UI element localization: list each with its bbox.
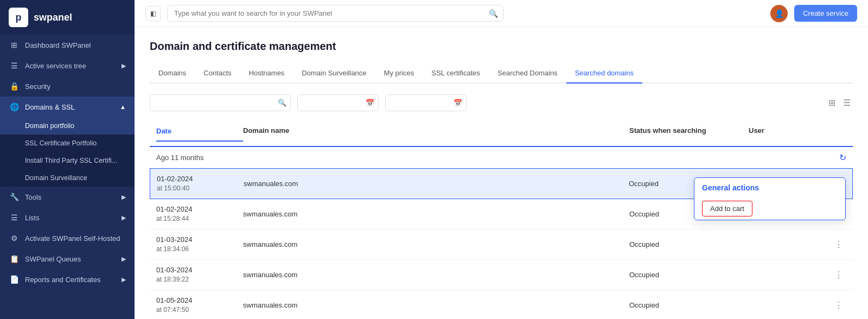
sidebar-toggle-button[interactable]: ◧	[145, 6, 161, 21]
chevron-right-icon: ▶	[122, 62, 126, 69]
submenu-label: Install Third Party SSL Certifi...	[25, 157, 117, 164]
sidebar-item-label: Domains & SSL	[25, 103, 75, 111]
topbar: ◧ 🔍 👤 Create service	[135, 0, 868, 27]
tab-domains[interactable]: Domains	[150, 63, 195, 84]
submenu-item-domain-surveillance[interactable]: Domain Surveillance	[0, 169, 135, 187]
cell-date: 01-02-2024 at 15:28:44	[156, 205, 243, 224]
queues-icon: 📋	[9, 254, 20, 263]
table-row: 01-05-2024 at 07:47:50 swmanuales.com Oc…	[150, 290, 853, 319]
dropdown-title: General actions	[694, 178, 845, 197]
col-header-user: User	[749, 126, 825, 142]
col-header-status: Status when searching	[629, 126, 749, 142]
submenu-label: Domain Surveillance	[25, 174, 87, 182]
sidebar-item-label: Tools	[25, 193, 41, 201]
tabs-bar: Domains Contacts Hostnames Domain Survei…	[150, 63, 853, 84]
chevron-up-icon: ▲	[120, 104, 126, 110]
chevron-right-icon: ▶	[122, 214, 126, 221]
topbar-right: 👤 Create service	[770, 5, 857, 22]
cell-date: 01-05-2024 at 07:47:50	[156, 296, 243, 315]
page-title: Domain and certificate management	[150, 40, 853, 53]
refresh-icon[interactable]: ↻	[839, 152, 846, 163]
sidebar-item-swpanel-queues[interactable]: 📋 SWPanel Queues ▶	[0, 248, 135, 269]
chevron-right-icon: ▶	[122, 256, 126, 263]
avatar: 👤	[770, 5, 788, 22]
table-row: 01-02-2024 at 15:00:40 swmanuales.com Oc…	[150, 168, 853, 199]
security-icon: 🔒	[9, 82, 20, 91]
cell-domain: swmanuales.com	[243, 271, 629, 279]
tab-hostnames[interactable]: Hostnames	[240, 63, 293, 84]
table-row: 01-03-2024 at 18:39:22 swmanuales.com Oc…	[150, 260, 853, 290]
table-row: 01-03-2024 at 18:34:06 swmanuales.com Oc…	[150, 229, 853, 260]
view-icons: ⊞ ☰	[826, 97, 853, 109]
sidebar-item-label: SWPanel Queues	[25, 255, 81, 263]
tab-domain-surveillance[interactable]: Domain Surveillance	[293, 63, 375, 84]
cell-status: Occupied	[629, 240, 749, 248]
row-actions-button[interactable]: ⋮	[831, 238, 846, 251]
table-header: Date Domain name Status when searching U…	[150, 122, 853, 147]
sidebar-item-label: Security	[25, 82, 50, 91]
domain-search-input[interactable]	[150, 94, 291, 111]
date-from-wrapper: 📅	[297, 94, 379, 111]
sidebar-item-active-services[interactable]: ☰ Active services tree ▶	[0, 55, 135, 76]
create-service-button[interactable]: Create service	[794, 5, 857, 22]
sidebar-item-security[interactable]: 🔒 Security	[0, 76, 135, 97]
sidebar-item-label: Lists	[25, 214, 40, 222]
search-filter-wrapper: 🔍	[150, 94, 291, 111]
cell-status: Occupied	[629, 271, 749, 279]
sidebar-item-label: Dashboard SWPanel	[25, 41, 91, 49]
logo-text: swpanel	[34, 12, 72, 23]
submenu-item-domain-portfolio[interactable]: Domain portfolio	[0, 117, 135, 135]
row-actions-button[interactable]: ⋮	[831, 299, 846, 311]
add-to-cart-button[interactable]: Add to cart	[702, 201, 752, 216]
tab-searched-domains-alt[interactable]: Searched Domains	[489, 63, 566, 84]
row-actions-button[interactable]: ⋮	[831, 269, 846, 281]
active-services-icon: ☰	[9, 61, 20, 70]
cell-date: 01-03-2024 at 18:34:06	[156, 235, 243, 254]
filters-row: 🔍 📅 📅 ⊞ ☰	[150, 94, 853, 111]
sidebar: p swpanel ⊞ Dashboard SWPanel ☰ Active s…	[0, 0, 135, 319]
main-area: ◧ 🔍 👤 Create service Domain and certific…	[135, 0, 868, 319]
tab-ssl-certificates[interactable]: SSL certificates	[423, 63, 489, 84]
search-icon: 🔍	[489, 9, 498, 18]
submenu-item-ssl-cert-portfolio[interactable]: SSL Certificate Portfolio	[0, 135, 135, 152]
cell-actions: ⋮ General actions Add to cart	[824, 177, 846, 190]
domains-ssl-submenu: Domain portfolio SSL Certificate Portfol…	[0, 117, 135, 187]
group-label: Ago 11 months	[156, 154, 203, 162]
sidebar-item-domains-ssl[interactable]: 🌐 Domains & SSL ▲	[0, 97, 135, 117]
date-from-input[interactable]	[297, 94, 379, 111]
submenu-item-install-third-party[interactable]: Install Third Party SSL Certifi...	[0, 152, 135, 169]
sidebar-item-tools[interactable]: 🔧 Tools ▶	[0, 187, 135, 207]
cell-date: 01-02-2024 at 15:00:40	[157, 174, 244, 193]
cell-domain: swmanuales.com	[243, 240, 629, 248]
date-to-input[interactable]	[385, 94, 467, 111]
sidebar-item-activate-swpanel[interactable]: ⚙ Activate SWPanel Self-Hosted	[0, 228, 135, 248]
tab-searched-domains[interactable]: Searched domains	[566, 63, 642, 84]
search-input[interactable]	[167, 5, 503, 22]
cell-date: 01-03-2024 at 18:39:22	[156, 265, 243, 284]
actions-dropdown: General actions Add to cart	[694, 177, 846, 220]
domains-ssl-icon: 🌐	[9, 103, 20, 111]
chevron-right-icon: ▶	[122, 276, 126, 283]
sidebar-item-reports[interactable]: 📄 Reports and Certificates ▶	[0, 269, 135, 290]
logo-area: p swpanel	[0, 0, 135, 35]
col-header-actions	[825, 126, 846, 142]
time-value: at 15:00:40	[157, 184, 244, 193]
search-box: 🔍	[167, 5, 503, 22]
sidebar-item-dashboard[interactable]: ⊞ Dashboard SWPanel	[0, 35, 135, 55]
reports-icon: 📄	[9, 275, 20, 284]
submenu-label: Domain portfolio	[25, 122, 74, 130]
sidebar-item-label: Reports and Certificates	[25, 276, 100, 284]
logo-icon: p	[9, 8, 28, 27]
sidebar-item-label: Active services tree	[25, 62, 86, 70]
group-header: Ago 11 months ↻	[150, 147, 853, 168]
col-header-date: Date	[156, 126, 243, 142]
grid-view-icon[interactable]: ⊞	[826, 97, 838, 109]
tools-icon: 🔧	[9, 193, 20, 201]
cell-actions: ⋮	[825, 238, 846, 251]
tab-my-prices[interactable]: My prices	[375, 63, 423, 84]
cell-domain: swmanuales.com	[244, 180, 629, 188]
sidebar-item-lists[interactable]: ☰ Lists ▶	[0, 207, 135, 228]
tab-contacts[interactable]: Contacts	[195, 63, 240, 84]
list-view-icon[interactable]: ☰	[841, 97, 853, 109]
submenu-label: SSL Certificate Portfolio	[25, 139, 97, 147]
